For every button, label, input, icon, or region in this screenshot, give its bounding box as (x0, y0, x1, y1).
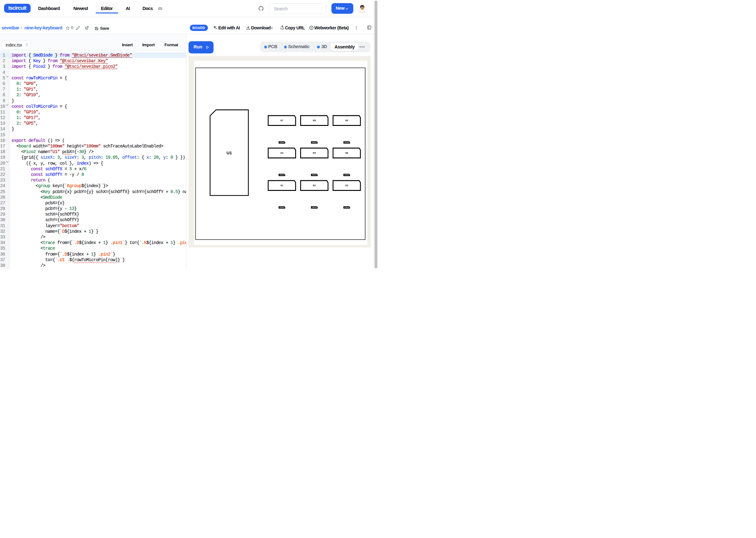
svg-text:K3: K3 (345, 184, 348, 187)
svg-text:K1: K1 (280, 184, 283, 187)
svg-text:K5: K5 (313, 152, 316, 154)
svg-text:K6: K6 (345, 152, 348, 154)
svg-text:K9: K9 (345, 119, 348, 122)
svg-text:K8: K8 (313, 119, 316, 122)
svg-text:K2: K2 (313, 184, 316, 187)
svg-text:U1: U1 (226, 151, 232, 155)
svg-text:K4: K4 (280, 152, 283, 154)
svg-text:K7: K7 (280, 119, 283, 122)
